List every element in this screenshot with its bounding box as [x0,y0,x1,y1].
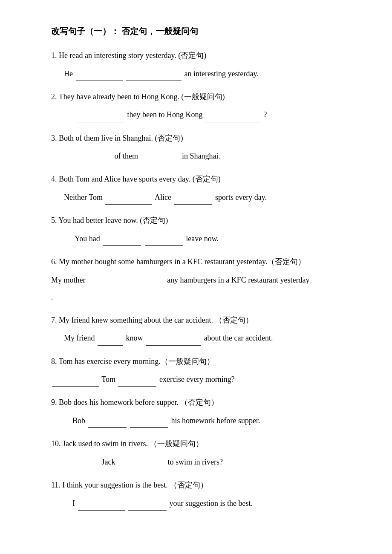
answer-line: You had leave now. [75,231,358,246]
question-block: 10. Jack used to swim in rivers. （一般疑问句）… [51,437,358,469]
question-line: 2. They have already been to Hong Kong. … [51,90,358,104]
blank [118,378,156,387]
blank [76,72,123,81]
answer-line: of them in Shanghai. [64,149,358,163]
answer-text: Jack [102,458,117,466]
blank [118,461,165,469]
question-block: 9. Bob does his homework before supper. … [51,396,358,428]
question-number: 1. He read an interesting story yesterda… [51,51,206,60]
question-block: 1. He read an interesting story yesterda… [51,49,358,81]
question-line: 5. You had better leave now. (否定句) [51,214,358,227]
period-line: . [51,290,358,304]
answer-text: Bob [72,416,87,425]
answer-line: My mother any hamburgers in a KFC restau… [51,273,358,287]
question-number: 11. I think your suggestion is the best.… [51,481,208,489]
blank [146,337,201,346]
blank [98,337,123,346]
answer-text: of them [115,152,140,160]
answer-text: leave now. [186,234,219,243]
question-line: 4. Both Tom and Alice have sports every … [51,173,358,186]
blank [126,72,182,81]
answer-text: Alice [155,193,173,202]
blank [174,196,212,205]
answer-text: your suggestion is the best. [170,499,253,508]
question-line: 1. He read an interesting story yesterda… [51,49,358,62]
blank [88,419,127,428]
blank [205,114,261,122]
answer-text: exercise every morning? [159,375,235,384]
blank [118,279,164,287]
answer-text: any hamburgers in a KFC restaurant yeste… [167,276,310,284]
question-block: 3. Both of them live in Shanghai. (否定句) … [51,132,358,164]
answer-line: Tom exercise every morning? [51,372,358,387]
question-line: 6. My mother bought some hamburgers in a… [51,255,358,268]
answer-text: He [64,69,75,78]
answer-text: his homework before supper. [171,416,260,425]
blank [145,237,183,246]
question-number: 8. Tom has exercise every morning.（一般疑问句… [51,357,214,366]
question-number: 2. They have already been to Hong Kong. … [51,92,225,101]
question-block: 5. You had better leave now. (否定句) You h… [51,214,358,246]
answer-line no-indent: they been to Hong Kong ? [77,107,358,122]
question-number: 7. My friend knew something about the ca… [51,316,253,324]
blank [52,461,99,469]
answer-text: sports every day. [215,193,267,202]
answer-text: You had [75,234,102,243]
answer-text: about the car accident. [204,334,273,342]
answer-text: My mother [51,276,87,284]
questions-container: 1. He read an interesting story yesterda… [51,49,358,511]
question-line: 10. Jack used to swim in rivers. （一般疑问句） [51,437,358,450]
blank [52,378,99,387]
answer-text: to swim in rivers? [167,458,222,466]
blank [78,114,124,122]
page-title: 改写句子（一）： 否定句，一般疑问句 [51,26,358,37]
question-number: 9. Bob does his homework before supper. … [51,398,219,407]
answer-text: I [72,499,77,508]
question-block: 7. My friend knew something about the ca… [51,314,358,346]
question-block: 8. Tom has exercise every morning.（一般疑问句… [51,355,358,387]
blank [65,155,112,163]
blank [88,279,114,287]
question-line: 9. Bob does his homework before supper. … [51,396,358,409]
answer-text: My friend [64,334,97,342]
blank [130,419,168,428]
answer-text: in Shanghai. [182,152,220,160]
answer-line: Neither Tom Alice sports every day. [64,190,358,205]
answer-text: ? [263,110,267,119]
blank [103,237,141,246]
question-block: 2. They have already been to Hong Kong. … [51,90,358,122]
question-number: 4. Both Tom and Alice have sports every … [51,175,221,183]
blank [78,502,125,511]
question-line: 8. Tom has exercise every morning.（一般疑问句… [51,355,358,368]
answer-text: an interesting yesterday. [184,69,259,78]
answer-text: Tom [101,375,117,384]
question-number: 10. Jack used to swim in rivers. （一般疑问句） [51,439,203,448]
question-block: 6. My mother bought some hamburgers in a… [51,255,358,304]
answer-line: Jack to swim in rivers? [51,455,358,469]
answer-text: they been to Hong Kong [127,110,205,119]
question-number: 3. Both of them live in Shanghai. (否定句) [51,134,183,142]
question-block: 4. Both Tom and Alice have sports every … [51,173,358,205]
answer-text: Neither Tom [64,193,103,202]
answer-line: He an interesting yesterday. [64,66,358,81]
answer-line: I your suggestion is the best. [72,496,358,511]
answer-text: . [51,293,53,301]
blank [141,155,179,163]
question-number: 5. You had better leave now. (否定句) [51,216,168,225]
blank [105,196,152,205]
blank [128,502,167,511]
question-line: 7. My friend knew something about the ca… [51,314,358,327]
answer-text: know [126,334,145,342]
answer-line: My friend know about the car accident. [64,331,358,345]
question-line: 3. Both of them live in Shanghai. (否定句) [51,132,358,145]
question-line: 11. I think your suggestion is the best.… [51,479,358,492]
question-block: 11. I think your suggestion is the best.… [51,479,358,511]
question-number: 6. My mother bought some hamburgers in a… [51,257,306,266]
answer-line: Bob his homework before supper. [72,413,358,428]
